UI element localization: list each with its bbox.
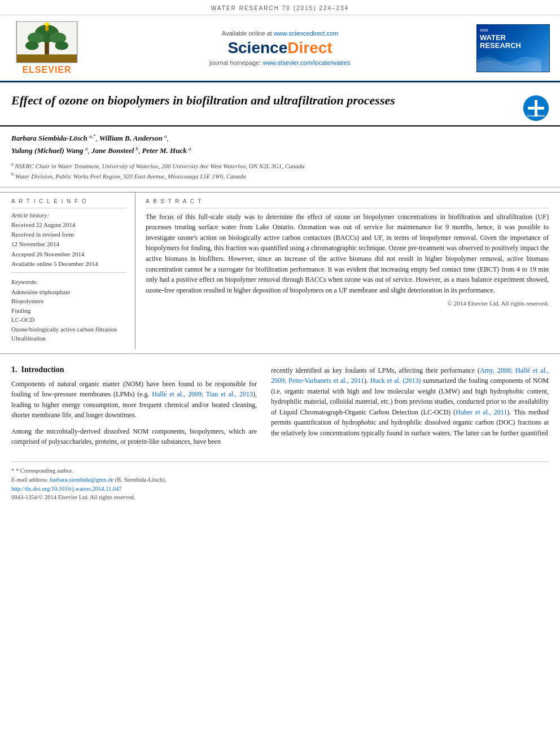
history-revised-label: Received in revised form [11,230,126,239]
center-header: Available online at www.sciencedirect.co… [84,30,476,66]
body-two-col: 1. Introduction Components of natural or… [0,365,560,453]
history-received: Received 22 August 2014 [11,221,126,229]
two-col-section: A R T I C L E I N F O Article history: R… [0,192,560,349]
affil-b: b Water Division, Public Works Peel Regi… [11,171,549,181]
elsevier-logo: ELSEVIER [10,21,84,75]
abstract-col: A B S T R A C T The focus of this full-s… [135,193,560,349]
history-revised-date: 12 November 2014 [11,240,126,248]
svg-point-7 [55,41,68,50]
sciencedirect-link[interactable]: www.sciencedirect.com [274,30,338,37]
svg-text:CrossMark: CrossMark [527,114,545,117]
footnote-section: * * Corresponding author. E-mail address… [11,461,549,505]
keyword-5: Ozone/biologically active carbon filtrat… [11,325,126,334]
article-title-section: Effect of ozone on biopolymers in biofil… [0,82,560,126]
keyword-3: Fouling [11,306,126,316]
history-online: Available online 5 December 2014 [11,260,126,268]
article-main-title: Effect of ozone on biopolymers in biofil… [11,93,515,109]
footnote-email: E-mail address: barbara.siembida@gmx.de … [11,475,549,484]
available-online: Available online at www.sciencedirect.co… [84,30,476,37]
keyword-4: LC-OCD [11,315,126,325]
authors-line1: Barbara Siembida-Lösch a,*, William B. A… [11,132,549,145]
section-divider [0,187,560,187]
article-history-label: Article history: [11,212,126,219]
crossmark-logo: CrossMark [523,95,549,121]
svg-point-9 [44,23,50,26]
affil-a: a NSERC Chair in Water Treatment, Univer… [11,160,549,171]
svg-rect-1 [16,54,77,63]
journal-homepage: journal homepage: www.elsevier.com/locat… [84,59,476,66]
keyword-2: Biopolymers [11,296,126,306]
ref-huber-2011[interactable]: Huber et al., 2011 [456,408,507,416]
journal-header: WATER RESEARCH 70 (2015) 224–234 [0,0,560,15]
doi-link[interactable]: http://dx.doi.org/10.1016/j.watres.2014.… [11,486,122,492]
article-info-label: A R T I C L E I N F O [11,198,126,204]
affiliations: a NSERC Chair in Water Treatment, Univer… [11,160,549,181]
keyword-6: Ultrafiltration [11,334,126,343]
page-wrapper: WATER RESEARCH 70 (2015) 224–234 [0,0,560,505]
journal-homepage-link[interactable]: www.elsevier.com/locate/watres [262,59,350,66]
footnote-corresponding: * * Corresponding author. [11,466,549,475]
main-body: 1. Introduction Components of natural or… [0,353,560,506]
svg-rect-13 [528,107,544,110]
authors-section: Barbara Siembida-Lösch a,*, William B. A… [0,126,560,185]
article-info-col: A R T I C L E I N F O Article history: R… [0,193,135,349]
copyright-line: © 2014 Elsevier Ltd. All rights reserved… [146,300,549,307]
water-research-logo: IWA WATERRESEARCH [476,24,550,72]
intro-para2: Among the microbially-derived dissolved … [11,426,257,447]
intro-para1: Components of natural organic matter (NO… [11,379,257,421]
ref-huck-2013[interactable]: Huck et al. (2013) [370,377,421,385]
keywords-label: Keywords: [11,278,126,285]
body-right-col: recently identified as key foulants of L… [265,365,554,453]
sciencedirect-title: ScienceDirect [84,39,476,57]
elsevier-logo-image [16,21,78,63]
publisher-band: ELSEVIER Available online at www.science… [0,15,560,82]
intro-heading: 1. Introduction [11,365,257,374]
ref-halle-2009[interactable]: Hallé et al., 2009; Tian et al., 2013 [152,390,253,398]
body-left-col: 1. Introduction Components of natural or… [6,365,265,453]
abstract-text: The focus of this full-scale study was t… [146,212,549,296]
footnote-doi: http://dx.doi.org/10.1016/j.watres.2014.… [11,484,549,493]
intro-para3: recently identified as key foulants of L… [271,365,549,439]
keyword-1: Adenosine triphosphate [11,287,126,297]
journal-title: WATER RESEARCH 70 (2015) 224–234 [211,5,349,11]
footnote-issn: 0043-1354/© 2014 Elsevier Ltd. All right… [11,493,549,502]
elsevier-label: ELSEVIER [22,65,71,75]
abstract-label: A B S T R A C T [146,198,549,204]
history-accepted: Accepted 26 November 2014 [11,250,126,259]
svg-point-6 [25,41,38,50]
footnote-email-link[interactable]: barbara.siembida@gmx.de [50,477,113,483]
authors-line2: Yulang (Michael) Wang a, Jane Bonsteel b… [11,145,549,157]
